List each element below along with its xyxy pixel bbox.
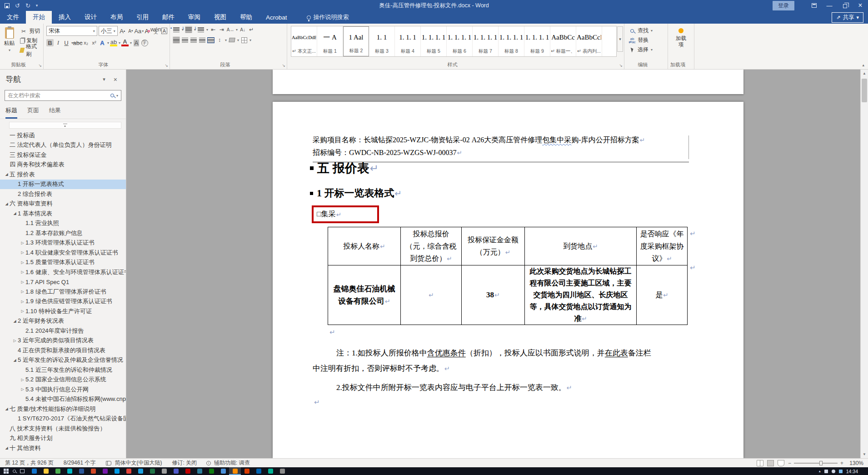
document-search-input[interactable]: 在文档中搜索 ▾ [5, 90, 121, 101]
multilevel-list-button[interactable] [197, 26, 205, 33]
navigation-options-icon[interactable]: ▾ [99, 76, 110, 82]
character-border-button[interactable]: A [161, 27, 168, 35]
select-button[interactable]: 选择▾ [627, 45, 668, 55]
page-indicator[interactable]: 第 12 页，共 926 页 [0, 459, 59, 467]
jicai-checkbox-label[interactable]: □集采 [317, 210, 336, 219]
nav-item[interactable]: 二 法定代表人（单位负责人）身份证明 [0, 140, 126, 150]
increase-indent-button[interactable]: ⇥ [218, 26, 225, 33]
nav-item[interactable]: 八 技术支持资料（未提供检验报告） [0, 424, 126, 434]
tab-插入[interactable]: 插入 [52, 11, 78, 24]
nav-item[interactable]: 一 投标函 [0, 130, 126, 140]
nav-item[interactable]: ▷5.2 国家企业信用信息公示系统 [0, 375, 126, 385]
taskbar-app-17[interactable] [217, 467, 229, 475]
tab-文件[interactable]: 文件 [0, 11, 26, 24]
font-size-combo[interactable]: 小三▾ [99, 26, 118, 36]
vertical-scrollbar[interactable]: ▲ ▼ [860, 70, 868, 458]
share-button[interactable]: ⇗ 共享 ▾ [832, 12, 863, 23]
taskbar-app-7[interactable] [99, 467, 111, 475]
styles-dialog-launcher[interactable]: ↘ [619, 63, 623, 68]
jump-to-top-bar[interactable] [9, 122, 121, 129]
task-view-icon[interactable] [20, 469, 25, 473]
search-dropdown-icon[interactable]: ▾ [116, 94, 118, 98]
zoom-in-icon[interactable]: + [840, 460, 843, 466]
expand-icon[interactable]: ▷ [20, 270, 25, 274]
style-标题 5[interactable]: 1. 1. 1. 1标题 5 [421, 26, 447, 56]
text-effects-button[interactable]: A [99, 39, 106, 46]
nav-item[interactable]: 5.1 近三年发生的诉讼和仲裁情况 [0, 365, 126, 375]
shading-button[interactable] [228, 36, 235, 44]
collapse-icon[interactable]: ◢ [12, 319, 18, 323]
web-layout-button[interactable] [778, 460, 784, 466]
align-center-button[interactable] [181, 36, 189, 44]
nav-item[interactable]: 1 SY/T6270-2017《石油天然气钻采设备固井、... [0, 414, 126, 424]
addin-icon[interactable] [678, 28, 683, 33]
nav-tab-结果[interactable]: 结果 [49, 106, 61, 119]
addins-button[interactable]: 加载项 [675, 35, 688, 48]
style-标题 2[interactable]: 1 Aal标题 2 [343, 26, 369, 56]
highlight-dropdown-icon[interactable]: ▾ [119, 41, 120, 45]
taskbar-app-21[interactable] [264, 467, 276, 475]
nav-item[interactable]: ◢六 资格审查资料 [0, 199, 126, 209]
align-left-button[interactable] [173, 36, 180, 44]
style-↵ 标题一、[interactable]: AaBbCc↵ 标题一、 [550, 26, 576, 56]
nav-item[interactable]: ◢七 质量/技术性能指标的详细说明 [0, 404, 126, 414]
document-canvas[interactable]: 采购项目名称：长城钻探2025-WZJC-物资钻采-02 A26大类高压管件修理… [127, 70, 860, 458]
nav-item[interactable]: ◢十 其他资料 [0, 443, 126, 453]
nav-item[interactable]: ▷1.4 职业健康安全管理体系认证证书 [0, 248, 126, 258]
nav-item[interactable]: 5.4 未被中国石油招标投标网(www.cnpcbid... [0, 395, 126, 405]
redo-icon[interactable]: ↻ [25, 2, 30, 9]
borders-button[interactable] [240, 36, 248, 44]
zoom-slider[interactable]: − + [788, 460, 843, 466]
bold-button[interactable]: B [46, 39, 54, 46]
nav-tab-标题[interactable]: 标题 [5, 106, 17, 119]
taskbar-app-9[interactable] [123, 467, 135, 475]
superscript-button[interactable]: x² [90, 39, 98, 46]
sign-in-button[interactable]: 登录 [773, 1, 794, 10]
tab-邮件[interactable]: 邮件 [155, 11, 181, 24]
numbering-button[interactable] [185, 26, 192, 33]
collapse-icon[interactable]: ◢ [4, 202, 10, 206]
change-case-button[interactable]: Aa▾ [135, 27, 143, 35]
tab-Acrobat[interactable]: Acrobat [259, 11, 294, 24]
expand-icon[interactable]: ▷ [20, 241, 25, 245]
style-↵ 本文正...[interactable]: AaBbCcDdE↵ 本文正... [291, 26, 317, 56]
font-color-dropdown-icon[interactable]: ▾ [130, 41, 132, 45]
print-layout-button[interactable] [767, 460, 774, 466]
nav-item[interactable]: ▷1.8 绿色工厂管理体系评价证书 [0, 287, 126, 297]
taskbar-app-13[interactable] [170, 467, 182, 475]
proofing-book-icon[interactable] [106, 461, 111, 465]
tell-me-search[interactable]: 操作说明搜索 [307, 11, 349, 24]
expand-icon[interactable]: ▷ [20, 387, 25, 391]
tray-icon[interactable] [832, 470, 835, 473]
style-↵ 表内列...[interactable]: AaBbCcD↵ 表内列... [576, 26, 602, 56]
shading-dropdown-icon[interactable]: ▾ [237, 38, 239, 42]
justify-button[interactable] [199, 36, 206, 44]
nav-item[interactable]: ◢2 近年财务状况表 [0, 316, 126, 326]
zoom-thumb[interactable] [819, 461, 823, 465]
expand-icon[interactable]: ▷ [20, 290, 25, 294]
tab-帮助[interactable]: 帮助 [233, 11, 259, 24]
nav-item[interactable]: 2.1 2024年度审计报告 [0, 326, 126, 336]
clear-formatting-button[interactable]: A [144, 27, 151, 35]
collapse-icon[interactable]: ◢ [12, 211, 18, 215]
replace-button[interactable]: ab⇄ac替换 [627, 35, 668, 45]
scrollbar-thumb[interactable] [862, 79, 867, 102]
nav-item[interactable]: ◢5 近年发生的诉讼及仲裁及企业信誉情况 [0, 355, 126, 365]
nav-item[interactable]: 四 商务和技术偏差表 [0, 160, 126, 170]
strikethrough-button[interactable]: abc [74, 39, 81, 46]
nav-item[interactable]: ◢1 基本情况表 [0, 209, 126, 219]
tab-设计[interactable]: 设计 [78, 11, 104, 24]
bullets-button[interactable] [173, 26, 180, 33]
expand-icon[interactable]: ▷ [20, 260, 25, 265]
nav-item[interactable]: ◢五 报价表 [0, 170, 126, 180]
find-button[interactable]: 查找▾ [627, 26, 668, 35]
taskbar-app-11[interactable] [146, 467, 158, 475]
style-标题 1[interactable]: 一 A标题 1 [317, 26, 343, 56]
expand-icon[interactable]: ▷ [20, 250, 25, 255]
word-count[interactable]: 8/29461 个字 [59, 459, 101, 467]
taskbar-app-18[interactable] [229, 467, 241, 475]
search-icon[interactable] [109, 92, 116, 99]
format-painter-button[interactable]: 格式刷 [19, 45, 43, 55]
close-button[interactable]: × [853, 0, 868, 11]
save-icon[interactable] [5, 3, 10, 8]
